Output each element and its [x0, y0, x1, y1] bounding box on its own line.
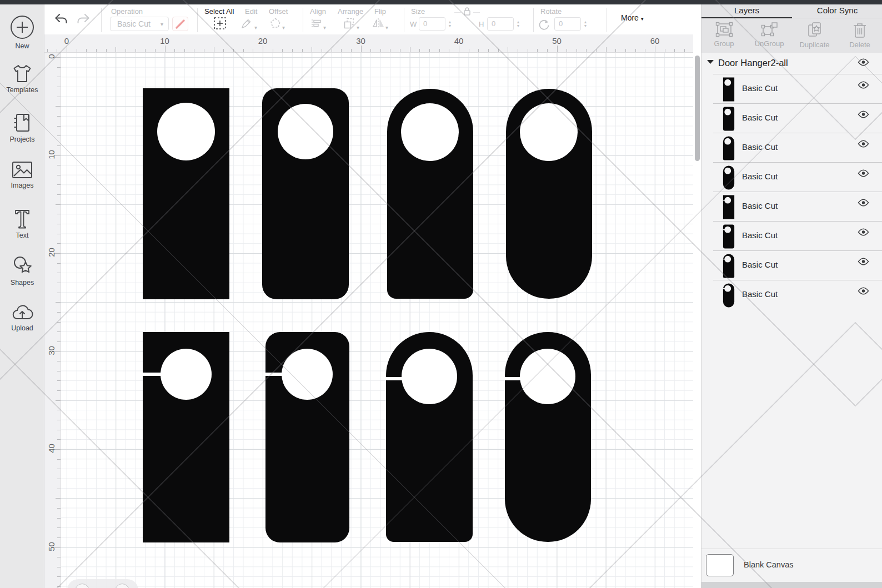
- visibility-eye-icon[interactable]: [858, 169, 869, 179]
- red-slash-icon: [175, 19, 186, 29]
- upload-icon: [0, 303, 44, 322]
- ruler-number: 50: [552, 36, 562, 46]
- sidebar-item-new[interactable]: New: [0, 14, 44, 50]
- ruler-tick: [57, 576, 61, 577]
- door-hanger-arch[interactable]: [387, 89, 473, 299]
- ruler-tick: [145, 49, 146, 52]
- visibility-eye-icon[interactable]: [858, 258, 869, 268]
- door-hanger-capsule[interactable]: [506, 89, 592, 299]
- layer-thumbnail: [723, 136, 735, 163]
- ruler-tick: [273, 49, 273, 52]
- layer-row[interactable]: Basic Cut: [701, 133, 882, 163]
- layer-row[interactable]: Basic Cut: [701, 104, 882, 133]
- ruler-tick: [537, 49, 538, 52]
- operation-select[interactable]: Basic Cut ▾: [110, 17, 169, 31]
- image-icon: [0, 160, 44, 179]
- rotate-input[interactable]: 0: [554, 17, 581, 31]
- ruler-tick: [57, 67, 61, 68]
- group-icon: [701, 21, 746, 38]
- width-input[interactable]: 0: [419, 17, 445, 31]
- visibility-eye-icon[interactable]: [858, 81, 869, 91]
- more-button[interactable]: More ▾: [621, 13, 644, 22]
- layer-row[interactable]: Basic Cut: [701, 280, 882, 310]
- layer-row[interactable]: Basic Cut: [701, 74, 882, 104]
- collapse-triangle-icon[interactable]: [707, 60, 714, 64]
- ruler-tick: [57, 263, 61, 264]
- door-hanger-rounded[interactable]: [262, 88, 349, 299]
- design-canvas[interactable]: [61, 53, 693, 588]
- arrange-icon[interactable]: ▾: [342, 17, 359, 32]
- layer-row[interactable]: Basic Cut: [701, 222, 882, 251]
- rotate-stepper[interactable]: ▲▼: [582, 18, 589, 30]
- tab-layers[interactable]: Layers: [701, 4, 792, 18]
- ungroup-button[interactable]: UnGroup: [747, 21, 792, 48]
- height-stepper[interactable]: ▲▼: [515, 18, 522, 30]
- visibility-eye-icon[interactable]: [858, 58, 869, 68]
- layer-row[interactable]: Basic Cut: [701, 192, 882, 222]
- align-icon[interactable]: ▾: [310, 17, 326, 32]
- sidebar-item-label: Templates: [0, 86, 44, 94]
- door-hanger-rect[interactable]: [143, 88, 229, 299]
- select-all-icon[interactable]: [213, 17, 227, 32]
- visibility-eye-icon[interactable]: [858, 228, 869, 238]
- door-hanger-arch-slit[interactable]: [386, 332, 473, 542]
- horizontal-ruler: 0102030405060: [44, 34, 693, 53]
- door-hanger-rounded-slit[interactable]: [265, 332, 349, 542]
- ruler-tick: [57, 322, 61, 323]
- ruler-number: 40: [454, 36, 464, 46]
- visibility-eye-icon[interactable]: [858, 110, 869, 120]
- sidebar-item-projects[interactable]: Projects: [0, 112, 44, 143]
- ruler-tick: [56, 400, 61, 401]
- tab-color-sync[interactable]: Color Sync: [792, 4, 882, 18]
- visibility-eye-icon[interactable]: [858, 199, 869, 209]
- blank-canvas-label: Blank Canvas: [744, 560, 793, 569]
- height-input[interactable]: 0: [487, 17, 514, 31]
- doorknob-hole: [402, 349, 457, 404]
- lock-bracket: [473, 12, 480, 13]
- sidebar-item-images[interactable]: Images: [0, 160, 44, 189]
- ruler-number: 20: [258, 36, 268, 46]
- redo-icon[interactable]: [76, 12, 91, 29]
- flip-icon[interactable]: ▾: [371, 17, 388, 32]
- rotate-icon[interactable]: [537, 18, 551, 33]
- vertical-scrollbar[interactable]: [695, 56, 700, 161]
- layer-row[interactable]: Basic Cut: [701, 251, 882, 280]
- blank-canvas-thumbnail[interactable]: [706, 554, 734, 576]
- width-stepper[interactable]: ▲▼: [447, 18, 453, 30]
- duplicate-button[interactable]: Duplicate: [792, 21, 837, 49]
- layer-group-row[interactable]: Door Hanger2-all: [701, 53, 882, 74]
- door-hanger-rect-slit[interactable]: [143, 332, 229, 542]
- layer-row[interactable]: Basic Cut: [701, 163, 882, 192]
- zoom-in-icon[interactable]: [115, 584, 129, 588]
- layer-group-name: Door Hanger2-all: [718, 58, 788, 68]
- sidebar: NewTemplatesProjectsImagesTextShapesUplo…: [0, 4, 44, 588]
- ruler-tick: [606, 47, 607, 52]
- size-lock-icon[interactable]: [462, 6, 472, 19]
- ruler-tick: [488, 49, 489, 52]
- ruler-tick: [419, 49, 420, 52]
- zoom-out-icon[interactable]: [75, 584, 89, 588]
- edit-pencil-icon[interactable]: ▾: [240, 17, 257, 32]
- ruler-tick: [57, 489, 61, 489]
- sidebar-item-templates[interactable]: Templates: [0, 64, 44, 94]
- ruler-tick: [56, 204, 61, 205]
- door-hanger-capsule-slit[interactable]: [505, 332, 591, 542]
- undo-icon[interactable]: [53, 12, 69, 29]
- step-up-icon: ▲: [447, 21, 453, 24]
- group-button[interactable]: Group: [701, 21, 746, 48]
- delete-button[interactable]: Delete: [838, 21, 882, 49]
- visibility-eye-icon[interactable]: [858, 287, 869, 297]
- width-label: W: [410, 20, 417, 28]
- ruler-tick: [57, 49, 57, 52]
- operation-color-swatch[interactable]: [172, 17, 188, 31]
- sidebar-item-upload[interactable]: Upload: [0, 303, 44, 332]
- sidebar-item-shapes[interactable]: Shapes: [0, 255, 44, 287]
- layer-label: Basic Cut: [742, 83, 778, 93]
- blank-canvas-row[interactable]: Blank Canvas: [701, 549, 882, 582]
- canvas-zoom-controls[interactable]: [67, 579, 138, 588]
- offset-icon[interactable]: ▾: [269, 17, 285, 32]
- sidebar-item-text[interactable]: Text: [0, 208, 44, 239]
- visibility-eye-icon[interactable]: [858, 140, 869, 150]
- door-hanger-shapes[interactable]: [61, 53, 693, 588]
- panel-tabs: Layers Color Sync: [701, 4, 882, 18]
